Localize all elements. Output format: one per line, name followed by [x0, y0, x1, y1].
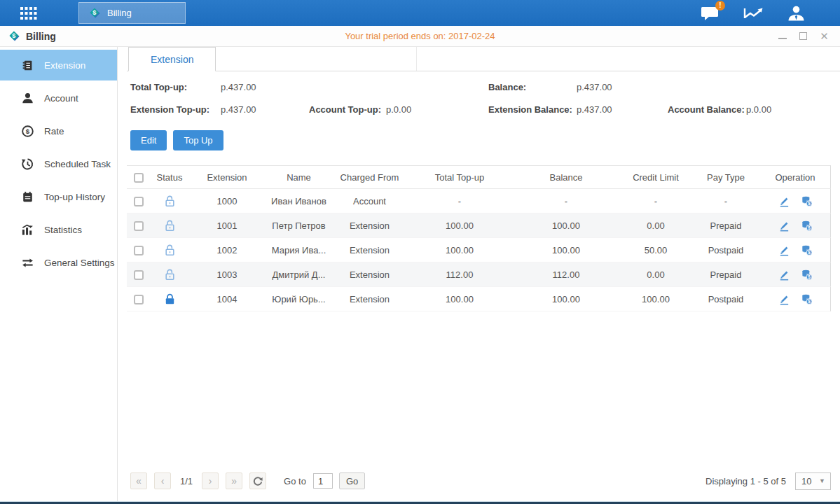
apps-grid-icon[interactable] — [20, 7, 37, 20]
topup-coins-icon[interactable]: $ — [801, 269, 813, 281]
cell-balance: 112.00 — [513, 270, 619, 280]
sidebar-item-label: Statistics — [44, 225, 82, 235]
edit-pencil-icon[interactable] — [778, 220, 790, 232]
row-checkbox[interactable] — [134, 197, 144, 206]
sidebar-item-account[interactable]: Account — [0, 83, 117, 113]
extension-balance-label: Extension Balance: — [488, 104, 577, 115]
refresh-icon[interactable] — [249, 472, 266, 489]
edit-button[interactable]: Edit — [130, 130, 167, 150]
table-body: 1000 Иван Иванов Account - - - - $ 1001 … — [127, 189, 831, 312]
tab-extension[interactable]: Extension — [128, 47, 216, 71]
sidebar-item-scheduled-task[interactable]: Scheduled Task — [0, 148, 117, 179]
sidebar-item-extension[interactable]: Extension — [0, 50, 117, 80]
table-row: 1002 Мария Ива... Extension 100.00 100.0… — [127, 238, 831, 262]
tab-extension-label: Extension — [151, 54, 193, 65]
maximize-icon[interactable] — [799, 31, 808, 41]
svg-text:$: $ — [808, 250, 811, 255]
cell-balance: 100.00 — [513, 294, 619, 304]
trial-notice: Your trial period ends on: 2017-02-24 — [0, 31, 840, 41]
topup-coins-icon[interactable]: $ — [801, 195, 813, 207]
select-all-checkbox[interactable] — [134, 173, 144, 183]
cell-credit-limit: 100.00 — [619, 294, 692, 304]
topup-coins-icon[interactable]: $ — [801, 244, 813, 256]
system-topbar: $ Billing ! — [0, 0, 840, 26]
cell-charged-from: Extension — [333, 220, 406, 231]
top-up-button[interactable]: Top Up — [173, 130, 223, 150]
sidebar-item-general-settings[interactable]: General Settings — [0, 247, 117, 278]
taskbar-tab-billing[interactable]: $ Billing — [78, 2, 186, 24]
topup-coins-icon[interactable]: $ — [801, 293, 813, 305]
table-row: 1001 Петр Петров Extension 100.00 100.00… — [127, 214, 831, 238]
sidebar-item-rate[interactable]: $ Rate — [0, 115, 117, 146]
cell-balance: - — [513, 196, 619, 206]
sidebar: Extension Account $ Rate Scheduled Task … — [0, 47, 118, 501]
svg-text:$: $ — [808, 201, 811, 206]
lock-closed-icon — [150, 293, 189, 306]
row-checkbox[interactable] — [134, 295, 144, 304]
goto-label: Go to — [284, 476, 306, 486]
cell-pay-type: Postpaid — [692, 294, 759, 304]
tab-strip-divider — [216, 47, 417, 71]
edit-pencil-icon[interactable] — [778, 244, 790, 256]
last-page-icon[interactable]: » — [226, 472, 242, 489]
row-checkbox[interactable] — [134, 270, 144, 280]
window-bottom-edge — [0, 501, 840, 504]
svg-text:$: $ — [26, 127, 30, 135]
prev-page-icon[interactable]: ‹ — [154, 472, 171, 489]
row-checkbox[interactable] — [134, 246, 144, 255]
col-total-topup: Total Top-up — [406, 172, 513, 183]
cell-extension: 1001 — [189, 220, 265, 231]
edit-pencil-icon[interactable] — [778, 269, 790, 281]
topup-coins-icon[interactable]: $ — [801, 220, 813, 232]
cell-total-topup: 100.00 — [406, 294, 513, 304]
account-balance-label: Account Balance: — [668, 104, 746, 115]
cell-charged-from: Extension — [333, 294, 406, 304]
col-status: Status — [150, 172, 189, 183]
edit-pencil-icon[interactable] — [778, 195, 790, 207]
col-balance: Balance — [513, 172, 619, 183]
close-icon[interactable]: ✕ — [820, 31, 829, 41]
total-topup-value: p.437.00 — [221, 82, 309, 92]
taskbar-tab-label: Billing — [107, 8, 132, 18]
user-icon[interactable] — [787, 5, 805, 21]
sidebar-item-label: Account — [44, 93, 78, 104]
goto-page-input[interactable] — [313, 473, 333, 489]
topup-history-icon — [21, 190, 35, 204]
cell-pay-type: Prepaid — [692, 270, 759, 280]
page-size-select[interactable]: 10 ▼ — [795, 472, 831, 490]
chat-icon[interactable]: ! — [701, 5, 720, 22]
cell-balance: 100.00 — [513, 220, 619, 231]
edit-pencil-icon[interactable] — [778, 293, 790, 305]
balance-value: p.437.00 — [577, 82, 668, 92]
cell-charged-from: Extension — [333, 270, 406, 280]
billing-diamond-icon: $ — [8, 29, 21, 43]
svg-text:$: $ — [808, 299, 811, 304]
lock-open-icon — [150, 195, 189, 208]
chart-icon[interactable] — [743, 6, 764, 21]
cell-charged-from: Extension — [333, 245, 406, 255]
cell-name: Юрий Юрь... — [265, 294, 333, 304]
sidebar-item-statistics[interactable]: Statistics — [0, 214, 117, 245]
col-operation: Operation — [759, 172, 831, 183]
col-pay-type: Pay Type — [692, 172, 759, 183]
general-settings-icon — [21, 256, 35, 270]
pagination-bar: « ‹ 1/1 › » Go to Go Displaying 1 - 5 of… — [127, 468, 831, 501]
go-button[interactable]: Go — [339, 472, 365, 489]
first-page-icon[interactable]: « — [130, 472, 147, 489]
cell-name: Дмитрий Д... — [265, 270, 333, 280]
col-charged-from: Charged From — [333, 172, 406, 183]
next-page-icon[interactable]: › — [202, 472, 219, 489]
cell-extension: 1003 — [189, 270, 265, 280]
cell-name: Петр Петров — [265, 220, 333, 231]
cell-credit-limit: 0.00 — [619, 220, 692, 231]
cell-total-topup: 100.00 — [406, 220, 513, 231]
sidebar-item-label: Top-up History — [44, 192, 105, 202]
extension-icon — [21, 59, 35, 72]
balance-summary: Total Top-up: p.437.00 Extension Top-up:… — [127, 71, 831, 127]
cell-total-topup: 112.00 — [406, 270, 513, 280]
row-checkbox[interactable] — [134, 221, 144, 231]
account-topup-label: Account Top-up: — [309, 104, 386, 115]
sidebar-item-label: Scheduled Task — [44, 159, 111, 169]
minimize-icon[interactable] — [778, 31, 787, 41]
sidebar-item-topup-history[interactable]: Top-up History — [0, 181, 117, 212]
